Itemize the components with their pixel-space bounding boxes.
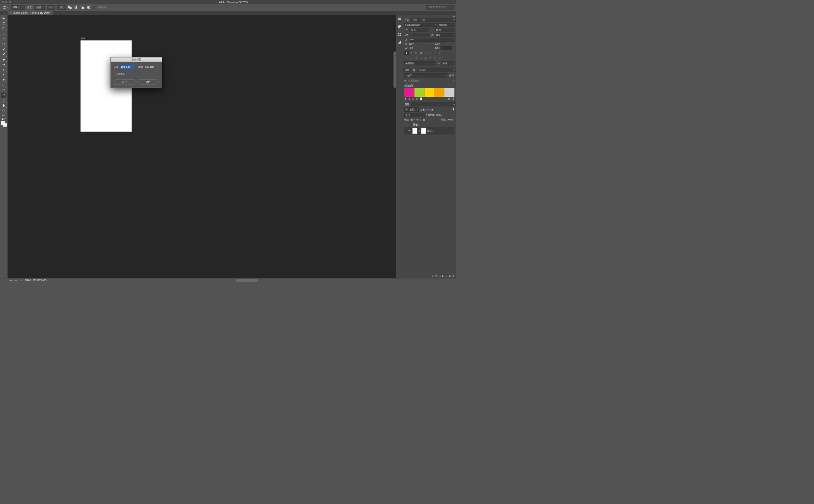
add-layer-style-icon[interactable]: fx: [416, 98, 417, 100]
foreground-color[interactable]: [1, 121, 5, 125]
font-family-dropdown[interactable]: Futura Medium: [404, 23, 437, 27]
from-center-checkbox[interactable]: [114, 73, 117, 75]
font-size-input[interactable]: 48 点: [410, 28, 429, 32]
ellipse-tool[interactable]: [1, 92, 7, 98]
fill-input[interactable]: 100%: [447, 119, 454, 121]
tab-libraries[interactable]: 库: [411, 68, 417, 72]
chevron-down-icon[interactable]: ⌄: [410, 123, 412, 126]
path-select-tool[interactable]: [1, 77, 7, 82]
layer-row[interactable]: 👁 8 图层 1: [404, 127, 454, 135]
eyedropper-tool[interactable]: [1, 47, 7, 52]
lock-position-icon[interactable]: ✥: [416, 119, 418, 121]
maximize-window-icon[interactable]: [9, 1, 11, 3]
custom-shape-tool[interactable]: [1, 98, 7, 103]
rounded-rect-tool[interactable]: [1, 88, 7, 93]
tab-layers[interactable]: 图层: [403, 102, 411, 106]
panel-menu-icon[interactable]: ≡: [452, 68, 456, 72]
strikethrough-button[interactable]: T: [438, 51, 442, 55]
pen-tool[interactable]: [1, 72, 7, 77]
allcaps-button[interactable]: TT: [414, 51, 418, 55]
fractions-button[interactable]: 1ˢᵗ: [433, 56, 437, 60]
lock-all-icon[interactable]: 🔒: [423, 119, 425, 121]
eraser-tool[interactable]: [1, 57, 7, 62]
lock-pixels-icon[interactable]: ✎: [414, 119, 415, 121]
gear-icon[interactable]: [87, 6, 91, 9]
blend-mode-dropdown[interactable]: 正常: [404, 113, 425, 117]
gradient-tool[interactable]: [1, 62, 7, 67]
workspace-preset-dropdown[interactable]: Graphic and Web: [426, 5, 455, 9]
layer-name[interactable]: 图层 1: [427, 129, 433, 133]
swatches-panel-icon[interactable]: [398, 33, 401, 36]
brush-tool[interactable]: [1, 52, 7, 57]
horizontal-scrollbar[interactable]: [95, 279, 399, 282]
swash-button[interactable]: 𝒜: [419, 56, 423, 60]
export-icon[interactable]: ↗: [20, 279, 22, 282]
tab-properties[interactable]: 属性: [403, 68, 411, 72]
smallcaps-button[interactable]: Tт: [419, 51, 423, 55]
add-color-icon[interactable]: ◆: [408, 98, 410, 100]
visibility-icon[interactable]: 👁: [408, 130, 411, 132]
tab-character[interactable]: 字符: [403, 18, 411, 22]
crop-tool[interactable]: [1, 42, 7, 47]
bold-button[interactable]: T: [404, 51, 409, 55]
hand-tool[interactable]: [1, 103, 7, 108]
artboard-layer-name[interactable]: 画板 1: [413, 123, 419, 126]
italic-button[interactable]: T: [409, 51, 414, 55]
layer-mask-icon[interactable]: ◯: [438, 275, 441, 277]
mask-thumbnail[interactable]: [421, 128, 426, 134]
path-alignment-icon[interactable]: [74, 6, 78, 9]
lock-artboard-icon[interactable]: ▭: [419, 119, 421, 121]
rectangle-tool[interactable]: [1, 82, 7, 88]
make-mask-button[interactable]: 蒙版: [47, 5, 55, 9]
artboard-label[interactable]: 画板 1: [81, 37, 87, 40]
artboard-tool[interactable]: [1, 21, 7, 26]
path-arrangement-icon[interactable]: [80, 6, 84, 9]
type-tool[interactable]: T: [1, 67, 7, 72]
add-swatch-icon[interactable]: [420, 98, 422, 100]
filter-smart-icon[interactable]: ▣: [431, 108, 433, 111]
zoom-level[interactable]: 66.67%: [9, 279, 17, 282]
height-input[interactable]: 100 像素: [145, 65, 159, 69]
visibility-icon[interactable]: 👁: [405, 123, 408, 126]
move-tool[interactable]: [1, 16, 7, 21]
collapse-panels-icon[interactable]: ▸▸: [403, 15, 456, 18]
delete-icon[interactable]: 🗑: [452, 98, 455, 100]
lock-transparency-icon[interactable]: ▦: [411, 119, 413, 121]
adjustment-layer-icon[interactable]: ◐: [442, 275, 444, 277]
vscale-input[interactable]: 100%: [409, 43, 428, 45]
half-button[interactable]: ½: [438, 56, 442, 60]
add-char-style-icon[interactable]: A: [412, 98, 414, 100]
quick-select-tool[interactable]: [1, 36, 7, 42]
tab-layer-comps[interactable]: 图层复合: [417, 68, 429, 72]
language-dropdown[interactable]: 美国英语: [404, 61, 435, 65]
layer-filter-dropdown[interactable]: 🔍 类型: [404, 107, 419, 112]
history-panel-icon[interactable]: [398, 17, 401, 21]
width-input[interactable]: 100 像素: [120, 65, 134, 69]
underline-button[interactable]: T: [433, 51, 437, 55]
text-color-swatch[interactable]: [441, 46, 452, 50]
tab-glyphs[interactable]: 字形: [419, 18, 427, 22]
stylistic-button[interactable]: st: [414, 56, 418, 60]
make-shape-button[interactable]: 形状: [58, 5, 66, 9]
zoom-tool[interactable]: [1, 108, 7, 113]
opacity-input[interactable]: 100%: [436, 114, 443, 116]
close-window-icon[interactable]: [1, 1, 4, 3]
document-tab[interactable]: × 未标题-1 @ 66.7% (图层 1, RGB/8#) *: [8, 11, 53, 15]
make-selection-button[interactable]: 选区...: [35, 5, 45, 9]
current-tool-ellipse[interactable]: [1, 5, 9, 10]
panel-menu-icon[interactable]: ≡: [452, 102, 456, 106]
tab-paragraph[interactable]: 段落: [411, 18, 419, 22]
edit-toolbar-icon[interactable]: •••: [1, 115, 7, 117]
hscale-input[interactable]: 100%: [435, 43, 454, 45]
path-mode-dropdown[interactable]: 路径: [11, 5, 25, 9]
kerning-input[interactable]: [410, 34, 429, 36]
new-group-icon[interactable]: ▭: [445, 275, 447, 277]
lasso-tool[interactable]: [1, 31, 7, 36]
link-layers-icon[interactable]: ⊘: [432, 275, 434, 277]
layer-style-icon[interactable]: fx: [435, 275, 437, 277]
close-tab-icon[interactable]: ×: [10, 12, 11, 14]
minimize-window-icon[interactable]: [5, 1, 7, 3]
contextual-button[interactable]: ø: [409, 56, 414, 60]
align-edges-checkbox[interactable]: [93, 6, 95, 9]
collapse-tools-icon[interactable]: ▸▸: [0, 11, 8, 15]
